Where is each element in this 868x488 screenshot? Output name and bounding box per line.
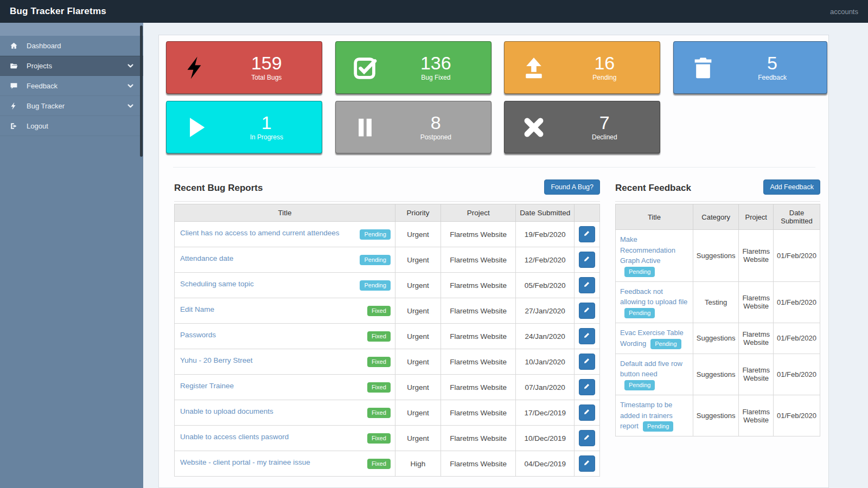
edit-bug-button[interactable] [579, 430, 595, 446]
stat-value: 16 [594, 54, 615, 73]
stat-label: Postponed [420, 133, 451, 141]
edit-bug-button[interactable] [579, 354, 595, 370]
priority-cell: Urgent [395, 426, 441, 451]
stat-card-pending[interactable]: 16Pending [504, 41, 660, 94]
feedback-title-link[interactable]: Default add five row button need [620, 359, 682, 378]
edit-bug-button[interactable] [579, 303, 595, 319]
stat-card-declined[interactable]: 7Declined [504, 101, 660, 153]
status-badge: Fixed [367, 459, 391, 469]
pencil-icon [583, 434, 590, 442]
cards-divider [173, 167, 815, 168]
sidebar-item-logout[interactable]: Logout [0, 116, 143, 136]
category-cell: Suggestions [693, 354, 739, 395]
bug-report-row: FixedRegister TraineeUrgentFlaretms Webs… [175, 375, 600, 400]
project-cell: Flaretms Website [441, 451, 516, 477]
upload-icon [505, 55, 564, 80]
pause-icon [336, 115, 395, 140]
project-cell: Flaretms Website [441, 298, 516, 324]
folder-icon [10, 62, 19, 70]
project-cell: Flaretms Website [441, 426, 516, 451]
project-cell: Flaretms Website [441, 400, 516, 426]
add-feedback-button[interactable]: Add Feedback [763, 179, 820, 195]
stat-label: Declined [592, 133, 617, 141]
pencil-icon [583, 408, 590, 417]
edit-bug-button[interactable] [579, 226, 595, 242]
edit-bug-button[interactable] [579, 277, 595, 293]
sidebar-top-strip [0, 23, 143, 36]
feedback-title: Recent Feedback [615, 179, 691, 194]
column-header: Project [739, 204, 774, 230]
chevron-down-icon [127, 63, 133, 69]
bug-title-link[interactable]: Edit Name [180, 305, 214, 313]
bug-title-link[interactable]: Client has no access to amend current at… [180, 229, 339, 237]
chevron-down-icon [127, 103, 133, 109]
feedback-table: TitleCategoryProjectDate Submitted Make … [615, 204, 820, 436]
stat-card-in-progress[interactable]: 1In Progress [166, 101, 322, 153]
edit-bug-button[interactable] [579, 404, 595, 421]
bug-report-row: FixedYuhu - 20 Berry StreetUrgentFlaretm… [175, 349, 600, 375]
bolt-icon [167, 55, 226, 80]
bug-reports-title: Recent Bug Reports [174, 179, 263, 194]
status-badge: Pending [360, 280, 390, 291]
trash-icon [674, 55, 732, 80]
date-cell: 01/Feb/2020 [773, 323, 820, 354]
feedback-title-link[interactable]: Feedback not allowing to upload file [620, 287, 687, 306]
bug-title-link[interactable]: Attendance date [180, 254, 233, 262]
feedback-row: Make Recommendation Graph ActivePendingS… [616, 230, 820, 282]
sidebar-item-bug-tracker[interactable]: Bug Tracker [0, 96, 143, 116]
found-a-bug-button[interactable]: Found A Bug? [544, 179, 600, 195]
priority-cell: Urgent [395, 298, 441, 324]
date-cell: 04/Dec/2019 [516, 451, 575, 477]
pencil-icon [583, 255, 590, 264]
edit-bug-button[interactable] [579, 328, 595, 344]
status-badge: Pending [624, 308, 655, 318]
sidebar-item-projects[interactable]: Projects [0, 56, 143, 76]
status-badge: Pending [624, 380, 655, 390]
stat-card-feedback[interactable]: 5Feedback [673, 41, 827, 94]
status-badge: Fixed [367, 331, 391, 342]
bug-title-link[interactable]: Passwords [180, 331, 216, 339]
project-cell: Flaretms Website [441, 349, 516, 375]
bug-title-link[interactable]: Scheduling same topic [180, 280, 254, 288]
edit-bug-button[interactable] [579, 252, 595, 268]
bug-title-link[interactable]: Yuhu - 20 Berry Street [180, 356, 253, 364]
accounts-link[interactable]: accounts [830, 8, 858, 16]
status-badge: Pending [360, 255, 390, 265]
bug-title-link[interactable]: Unable to upload documents [180, 407, 273, 415]
bug-report-row: PendingScheduling same topicUrgentFlaret… [175, 273, 600, 298]
pencil-icon [583, 459, 590, 468]
sidebar-item-feedback[interactable]: Feedback [0, 76, 143, 96]
stat-card-total-bugs[interactable]: 159Total Bugs [166, 41, 322, 94]
project-cell: Flaretms Website [441, 222, 516, 247]
sidebar-item-label: Projects [27, 62, 52, 70]
sidebar: DashboardProjectsFeedbackBug TrackerLogo… [0, 23, 143, 488]
date-cell: 05/Feb/2020 [516, 273, 575, 298]
project-cell: FlaretmsWebsite [739, 230, 774, 282]
topbar: Bug Tracker Flaretms accounts [0, 0, 868, 23]
edit-bug-button[interactable] [579, 455, 595, 472]
pencil-icon [583, 383, 590, 391]
edit-bug-button[interactable] [579, 379, 595, 395]
column-header: Title [616, 204, 693, 230]
home-icon [10, 42, 19, 50]
sidebar-scrollbar[interactable] [140, 25, 143, 157]
feedback-row: Default add five row button needPendingS… [616, 354, 820, 395]
pencil-icon [583, 306, 590, 315]
stat-card-bug-fixed[interactable]: 136Bug Fixed [335, 41, 492, 94]
bug-title-link[interactable]: Unable to access clients pasword [180, 433, 289, 441]
date-cell: 07/Jan/2020 [516, 375, 575, 400]
bug-title-link[interactable]: Register Trainee [180, 382, 234, 390]
status-badge: Pending [624, 267, 655, 277]
bug-title-link[interactable]: Website - client portal - my trainee iss… [180, 458, 310, 466]
column-header: Date Submitted [516, 204, 575, 222]
priority-cell: Urgent [395, 324, 441, 349]
priority-cell: High [395, 451, 441, 477]
stat-card-postponed[interactable]: 8Postponed [335, 101, 492, 153]
status-badge: Fixed [367, 382, 391, 393]
feedback-title-link[interactable]: Make Recommendation Graph Active [620, 235, 675, 265]
sidebar-item-dashboard[interactable]: Dashboard [0, 36, 143, 56]
sidebar-item-label: Dashboard [27, 42, 61, 50]
date-cell: 01/Feb/2020 [773, 395, 820, 436]
sidebar-item-label: Bug Tracker [27, 102, 65, 110]
column-header: Title [175, 204, 395, 222]
